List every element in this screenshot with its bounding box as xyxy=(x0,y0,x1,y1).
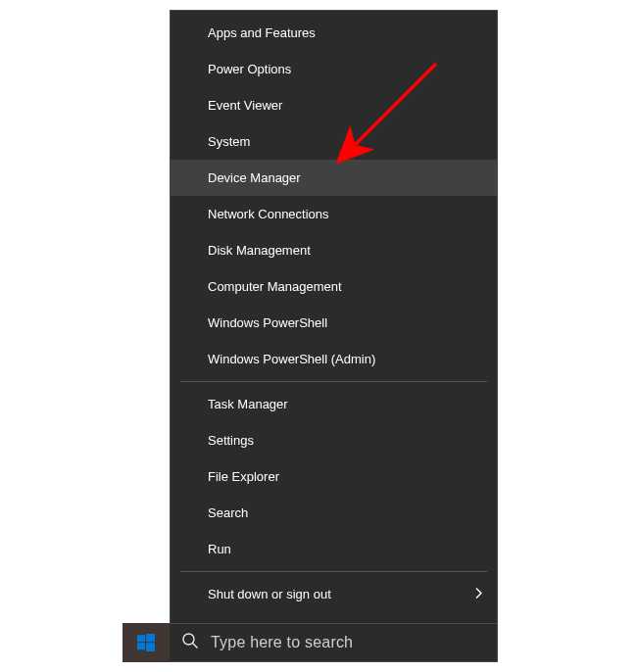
menu-item-label: Device Manager xyxy=(208,170,301,185)
menu-item-label: Power Options xyxy=(208,62,291,76)
taskbar: Type here to search xyxy=(122,623,498,662)
search-icon xyxy=(181,632,199,653)
menu-item-label: Apps and Features xyxy=(208,25,316,40)
taskbar-search-box[interactable]: Type here to search xyxy=(170,623,498,662)
menu-item-label: Event Viewer xyxy=(208,98,282,113)
menu-separator xyxy=(180,381,487,382)
menu-item-power-options[interactable]: Power Options xyxy=(171,51,497,87)
menu-item-file-explorer[interactable]: File Explorer xyxy=(171,458,497,495)
menu-item-windows-powershell[interactable]: Windows PowerShell xyxy=(171,305,497,341)
menu-item-computer-management[interactable]: Computer Management xyxy=(171,268,497,305)
menu-item-label: Settings xyxy=(208,433,254,448)
svg-rect-1 xyxy=(146,634,155,642)
search-placeholder: Type here to search xyxy=(211,634,353,651)
svg-rect-3 xyxy=(146,643,155,651)
menu-item-label: Computer Management xyxy=(208,279,342,294)
menu-item-system[interactable]: System xyxy=(171,123,497,160)
menu-item-label: Run xyxy=(208,542,231,556)
menu-item-label: Network Connections xyxy=(208,207,329,221)
start-button[interactable] xyxy=(122,623,170,662)
menu-item-label: Disk Management xyxy=(208,243,311,258)
windows-logo-icon xyxy=(137,634,155,651)
svg-line-5 xyxy=(193,644,198,648)
menu-item-apps-and-features[interactable]: Apps and Features xyxy=(171,15,497,51)
menu-item-label: Windows PowerShell xyxy=(208,315,327,330)
menu-item-event-viewer[interactable]: Event Viewer xyxy=(171,87,497,123)
menu-item-windows-powershell-admin[interactable]: Windows PowerShell (Admin) xyxy=(171,341,497,377)
menu-item-device-manager[interactable]: Device Manager xyxy=(171,160,497,196)
menu-item-shut-down-or-sign-out[interactable]: Shut down or sign out xyxy=(171,576,497,612)
menu-item-label: Windows PowerShell (Admin) xyxy=(208,352,375,366)
menu-item-disk-management[interactable]: Disk Management xyxy=(171,232,497,268)
menu-item-task-manager[interactable]: Task Manager xyxy=(171,386,497,422)
svg-rect-2 xyxy=(137,643,145,649)
menu-separator xyxy=(180,571,487,572)
chevron-right-icon xyxy=(475,587,483,601)
menu-item-run[interactable]: Run xyxy=(171,531,497,567)
menu-item-search[interactable]: Search xyxy=(171,495,497,531)
menu-item-label: System xyxy=(208,134,250,149)
menu-item-label: Shut down or sign out xyxy=(208,587,331,601)
menu-item-label: Search xyxy=(208,505,248,520)
winx-power-menu: Apps and Features Power Options Event Vi… xyxy=(170,10,498,653)
svg-rect-0 xyxy=(137,635,145,642)
menu-item-settings[interactable]: Settings xyxy=(171,422,497,458)
menu-item-label: File Explorer xyxy=(208,469,279,484)
svg-point-4 xyxy=(183,634,194,645)
menu-item-network-connections[interactable]: Network Connections xyxy=(171,196,497,232)
menu-item-label: Task Manager xyxy=(208,397,288,411)
